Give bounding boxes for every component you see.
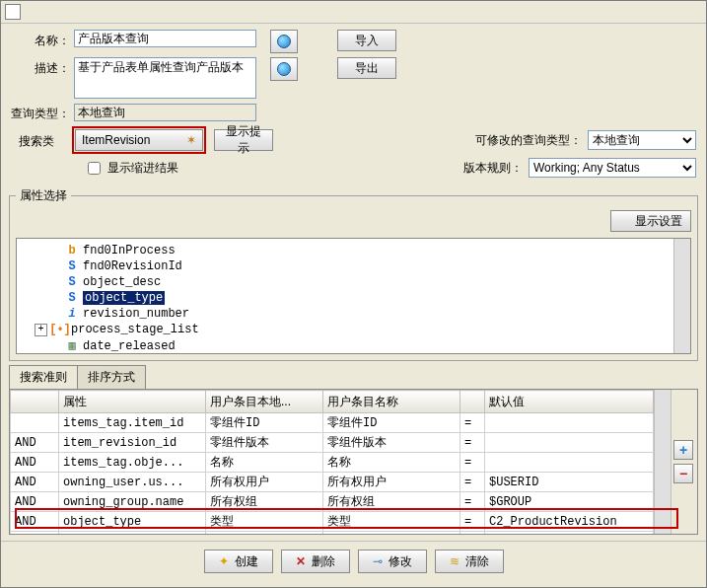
- table-cell[interactable]: =: [460, 413, 485, 433]
- table-cell[interactable]: AND: [11, 433, 59, 453]
- table-cell[interactable]: object_type: [59, 512, 206, 532]
- col-header[interactable]: 属性: [59, 391, 206, 413]
- table-cell[interactable]: items_tag.obje...: [59, 453, 206, 473]
- criteria-table-wrap: 属性用户条目本地...用户条目名称默认值items_tag.item_id零组件…: [9, 389, 698, 535]
- table-cell[interactable]: 零组件版本: [206, 433, 323, 453]
- table-cell[interactable]: Form:IMAN_mast...: [59, 532, 206, 535]
- tree-label: fnd0RevisionId: [83, 259, 182, 273]
- table-cell[interactable]: [485, 433, 654, 453]
- table-scrollbar[interactable]: [654, 390, 671, 534]
- version-rule-label: 版本规则：: [463, 160, 523, 177]
- criteria-table[interactable]: 属性用户条目本地...用户条目名称默认值items_tag.item_id零组件…: [10, 390, 654, 534]
- tree-item[interactable]: +[•]process_stage_list: [19, 322, 688, 337]
- remove-row-button[interactable]: −: [673, 464, 693, 483]
- col-header[interactable]: 用户条目本地...: [206, 391, 323, 413]
- clear-button[interactable]: ≋清除: [435, 550, 504, 573]
- col-header[interactable]: 默认值: [485, 391, 654, 413]
- type-icon: S: [65, 275, 79, 289]
- table-cell[interactable]: 名称: [323, 453, 460, 473]
- table-cell[interactable]: =: [460, 453, 485, 473]
- table-cell[interactable]: 零组件ID: [206, 413, 323, 433]
- tree-label: fnd0InProcess: [83, 244, 176, 257]
- col-header[interactable]: [11, 391, 59, 413]
- table-cell[interactable]: owning_group.name: [59, 492, 206, 512]
- table-cell[interactable]: C2_ProductRevision: [485, 512, 654, 532]
- import-button[interactable]: 导入: [337, 30, 396, 51]
- table-cell[interactable]: $GROUP: [485, 492, 654, 512]
- table-cell[interactable]: items_tag.item_id: [59, 413, 206, 433]
- table-row[interactable]: items_tag.item_id零组件ID零组件ID=: [11, 413, 654, 433]
- table-cell[interactable]: =: [460, 433, 485, 453]
- version-rule-select[interactable]: Working; Any Status: [529, 158, 696, 178]
- mod-querytype-select[interactable]: 本地查询: [588, 130, 696, 150]
- searchclass-picker[interactable]: ItemRevision ✶: [75, 129, 203, 151]
- display-settings-button[interactable]: 显示设置: [610, 210, 691, 232]
- table-cell[interactable]: =: [460, 492, 485, 512]
- table-row[interactable]: ANDitem_revision_id零组件版本零组件版本=: [11, 433, 654, 453]
- show-indent-checkbox[interactable]: 显示缩进结果: [84, 159, 178, 178]
- tree-item[interactable]: Sobject_desc: [19, 274, 688, 290]
- table-cell[interactable]: AND: [11, 453, 59, 473]
- type-icon: b: [65, 244, 79, 257]
- table-cell[interactable]: 所有权组: [323, 492, 460, 512]
- tab-sort[interactable]: 排序方式: [77, 365, 146, 389]
- name-input[interactable]: [74, 30, 256, 47]
- tree-item[interactable]: bfnd0InProcess: [19, 243, 688, 258]
- table-cell[interactable]: 类型: [206, 512, 323, 532]
- table-row[interactable]: ANDowning_group.name所有权组所有权组=$GROUP: [11, 492, 654, 512]
- table-cell[interactable]: item_revision_id: [59, 433, 206, 453]
- delete-button[interactable]: ✕删除: [281, 550, 350, 573]
- search-icon: [619, 215, 631, 227]
- mod-querytype-label: 可修改的查询类型：: [475, 132, 582, 149]
- table-cell[interactable]: AND: [11, 473, 59, 492]
- tab-criteria[interactable]: 搜索准则: [9, 365, 78, 389]
- desc-label: 描述：: [11, 57, 74, 77]
- table-cell[interactable]: [11, 413, 59, 433]
- table-cell[interactable]: 项目名称: [323, 532, 460, 535]
- tree-item[interactable]: Sobject_type: [19, 290, 688, 306]
- modify-button[interactable]: ⊸修改: [358, 550, 427, 573]
- table-cell[interactable]: AND: [11, 532, 59, 535]
- table-cell[interactable]: 项目名称: [206, 532, 323, 535]
- globe-icon-button[interactable]: [270, 30, 298, 53]
- desc-textarea[interactable]: [74, 57, 256, 99]
- table-cell[interactable]: owning_user.us...: [59, 473, 206, 492]
- tree-item[interactable]: ▦date_released: [19, 337, 688, 354]
- expand-icon[interactable]: +: [35, 324, 47, 336]
- table-row[interactable]: ANDitems_tag.obje...名称名称=: [11, 453, 654, 473]
- table-cell[interactable]: =: [460, 512, 485, 532]
- table-cell[interactable]: 零组件ID: [323, 413, 460, 433]
- form-area: 名称： 导入 描述： 导出 查询类型： 搜索类 ItemRe: [1, 24, 706, 184]
- table-cell[interactable]: 类型: [323, 512, 460, 532]
- table-cell[interactable]: 所有权用户: [206, 473, 323, 492]
- tree-item[interactable]: irevision_number: [19, 306, 688, 322]
- col-header[interactable]: 用户条目名称: [323, 391, 460, 413]
- table-cell[interactable]: $USERID: [485, 473, 654, 492]
- show-indent-input[interactable]: [88, 162, 101, 175]
- table-cell[interactable]: [485, 453, 654, 473]
- globe-icon-button-2[interactable]: [270, 57, 298, 81]
- table-row[interactable]: ANDobject_type类型类型=C2_ProductRevision: [11, 512, 654, 532]
- table-cell[interactable]: [485, 413, 654, 433]
- table-row[interactable]: ANDForm:IMAN_mast...项目名称项目名称=: [11, 532, 654, 535]
- add-row-button[interactable]: +: [673, 440, 693, 460]
- table-cell[interactable]: AND: [11, 492, 59, 512]
- table-row[interactable]: ANDowning_user.us...所有权用户所有权用户=$USERID: [11, 473, 654, 492]
- create-button[interactable]: ✦创建: [204, 550, 273, 573]
- table-cell[interactable]: =: [460, 532, 485, 535]
- show-hint-button[interactable]: 显示提示: [214, 129, 273, 151]
- export-button[interactable]: 导出: [337, 57, 396, 79]
- table-cell[interactable]: 所有权组: [206, 492, 323, 512]
- tree-item[interactable]: Sfnd0RevisionId: [19, 258, 688, 274]
- attribute-tree[interactable]: bfnd0InProcessSfnd0RevisionIdSobject_des…: [16, 238, 691, 354]
- table-cell[interactable]: [485, 532, 654, 535]
- table-cell[interactable]: 名称: [206, 453, 323, 473]
- table-cell[interactable]: 零组件版本: [323, 433, 460, 453]
- tree-scrollbar[interactable]: [673, 239, 690, 353]
- table-cell[interactable]: AND: [11, 512, 59, 532]
- table-cell[interactable]: 所有权用户: [323, 473, 460, 492]
- table-cell[interactable]: =: [460, 473, 485, 492]
- tree-label: object_type: [83, 291, 165, 305]
- col-header[interactable]: [460, 391, 485, 413]
- picker-icon: ✶: [186, 133, 196, 147]
